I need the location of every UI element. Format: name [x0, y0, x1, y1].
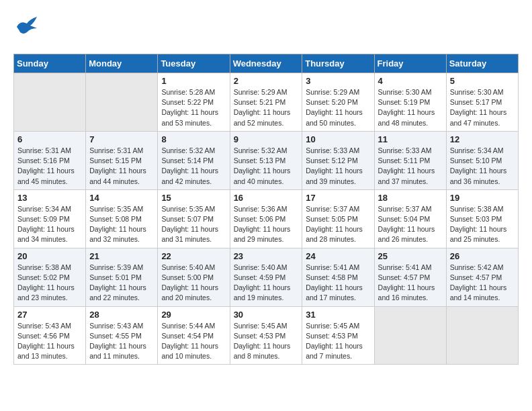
day-info: Sunrise: 5:29 AM Sunset: 5:21 PM Dayligh…: [234, 87, 299, 128]
calendar-week-4: 20Sunrise: 5:38 AM Sunset: 5:02 PM Dayli…: [14, 248, 519, 306]
calendar-cell: 30Sunrise: 5:45 AM Sunset: 4:53 PM Dayli…: [230, 306, 302, 365]
calendar-cell: 26Sunrise: 5:42 AM Sunset: 4:57 PM Dayli…: [446, 248, 518, 306]
calendar-cell: 19Sunrise: 5:38 AM Sunset: 5:03 PM Dayli…: [446, 189, 518, 248]
day-number: 12: [450, 134, 515, 144]
day-info: Sunrise: 5:37 AM Sunset: 5:04 PM Dayligh…: [378, 204, 443, 245]
calendar-cell: 7Sunrise: 5:31 AM Sunset: 5:15 PM Daylig…: [86, 131, 158, 189]
day-info: Sunrise: 5:31 AM Sunset: 5:16 PM Dayligh…: [17, 146, 82, 187]
day-number: 27: [17, 310, 82, 320]
day-number: 4: [378, 76, 443, 86]
day-info: Sunrise: 5:35 AM Sunset: 5:08 PM Dayligh…: [89, 204, 154, 245]
day-info: Sunrise: 5:41 AM Sunset: 4:58 PM Dayligh…: [306, 263, 370, 304]
day-info: Sunrise: 5:40 AM Sunset: 4:59 PM Dayligh…: [234, 263, 299, 304]
calendar-cell: 11Sunrise: 5:33 AM Sunset: 5:11 PM Dayli…: [374, 131, 446, 189]
calendar-cell: 25Sunrise: 5:41 AM Sunset: 4:57 PM Dayli…: [374, 248, 446, 306]
calendar-cell: 3Sunrise: 5:29 AM Sunset: 5:20 PM Daylig…: [302, 73, 374, 132]
weekday-header-row: SundayMondayTuesdayWednesdayThursdayFrid…: [14, 54, 519, 73]
calendar-cell: 6Sunrise: 5:31 AM Sunset: 5:16 PM Daylig…: [14, 131, 86, 189]
calendar-cell: 16Sunrise: 5:36 AM Sunset: 5:06 PM Dayli…: [230, 189, 302, 248]
day-info: Sunrise: 5:38 AM Sunset: 5:03 PM Dayligh…: [450, 204, 515, 245]
day-info: Sunrise: 5:43 AM Sunset: 4:56 PM Dayligh…: [17, 321, 82, 362]
day-number: 11: [378, 134, 443, 144]
calendar-cell: 24Sunrise: 5:41 AM Sunset: 4:58 PM Dayli…: [302, 248, 374, 306]
weekday-header-friday: Friday: [374, 54, 446, 73]
day-info: Sunrise: 5:43 AM Sunset: 4:55 PM Dayligh…: [89, 321, 154, 362]
day-info: Sunrise: 5:45 AM Sunset: 4:53 PM Dayligh…: [234, 321, 299, 362]
calendar-cell: [14, 73, 86, 132]
calendar-cell: 28Sunrise: 5:43 AM Sunset: 4:55 PM Dayli…: [86, 306, 158, 365]
calendar-cell: 1Sunrise: 5:28 AM Sunset: 5:22 PM Daylig…: [158, 73, 230, 132]
calendar-cell: 5Sunrise: 5:30 AM Sunset: 5:17 PM Daylig…: [446, 73, 518, 132]
calendar-cell: 9Sunrise: 5:32 AM Sunset: 5:13 PM Daylig…: [230, 131, 302, 189]
day-number: 9: [234, 134, 299, 144]
day-number: 1: [161, 76, 226, 86]
weekday-header-sunday: Sunday: [14, 54, 86, 73]
day-number: 30: [234, 310, 299, 320]
calendar-cell: 4Sunrise: 5:30 AM Sunset: 5:19 PM Daylig…: [374, 73, 446, 132]
day-number: 13: [17, 193, 82, 203]
day-info: Sunrise: 5:44 AM Sunset: 4:54 PM Dayligh…: [161, 321, 226, 362]
calendar-cell: 23Sunrise: 5:40 AM Sunset: 4:59 PM Dayli…: [230, 248, 302, 306]
day-info: Sunrise: 5:36 AM Sunset: 5:06 PM Dayligh…: [234, 204, 299, 245]
day-info: Sunrise: 5:40 AM Sunset: 5:00 PM Dayligh…: [161, 263, 226, 304]
day-number: 7: [89, 134, 154, 144]
day-number: 31: [306, 310, 370, 320]
day-info: Sunrise: 5:35 AM Sunset: 5:07 PM Dayligh…: [161, 204, 226, 245]
day-number: 20: [17, 251, 82, 261]
calendar-week-5: 27Sunrise: 5:43 AM Sunset: 4:56 PM Dayli…: [14, 306, 519, 365]
day-info: Sunrise: 5:29 AM Sunset: 5:20 PM Dayligh…: [306, 87, 370, 128]
day-info: Sunrise: 5:33 AM Sunset: 5:12 PM Dayligh…: [306, 146, 370, 187]
calendar-cell: 31Sunrise: 5:45 AM Sunset: 4:53 PM Dayli…: [302, 306, 374, 365]
calendar-cell: 13Sunrise: 5:34 AM Sunset: 5:09 PM Dayli…: [14, 189, 86, 248]
calendar-cell: 14Sunrise: 5:35 AM Sunset: 5:08 PM Dayli…: [86, 189, 158, 248]
day-number: 6: [17, 134, 82, 144]
day-info: Sunrise: 5:38 AM Sunset: 5:02 PM Dayligh…: [17, 263, 82, 304]
day-info: Sunrise: 5:39 AM Sunset: 5:01 PM Dayligh…: [89, 263, 154, 304]
calendar-cell: 18Sunrise: 5:37 AM Sunset: 5:04 PM Dayli…: [374, 189, 446, 248]
day-number: 23: [234, 251, 299, 261]
day-number: 18: [378, 193, 443, 203]
day-info: Sunrise: 5:34 AM Sunset: 5:10 PM Dayligh…: [450, 146, 515, 187]
day-number: 14: [89, 193, 154, 203]
day-info: Sunrise: 5:37 AM Sunset: 5:05 PM Dayligh…: [306, 204, 370, 245]
calendar-cell: [86, 73, 158, 132]
day-number: 26: [450, 251, 515, 261]
day-number: 25: [378, 251, 443, 261]
page-header: [13, 13, 519, 43]
weekday-header-saturday: Saturday: [446, 54, 518, 73]
calendar-week-3: 13Sunrise: 5:34 AM Sunset: 5:09 PM Dayli…: [14, 189, 519, 248]
calendar-cell: [374, 306, 446, 365]
day-number: 17: [306, 193, 370, 203]
day-number: 3: [306, 76, 370, 86]
day-number: 5: [450, 76, 515, 86]
day-info: Sunrise: 5:30 AM Sunset: 5:17 PM Dayligh…: [450, 87, 515, 128]
day-number: 15: [161, 193, 226, 203]
day-number: 2: [234, 76, 299, 86]
calendar-cell: [446, 306, 518, 365]
day-number: 24: [306, 251, 370, 261]
calendar-cell: 29Sunrise: 5:44 AM Sunset: 4:54 PM Dayli…: [158, 306, 230, 365]
calendar-cell: 10Sunrise: 5:33 AM Sunset: 5:12 PM Dayli…: [302, 131, 374, 189]
logo-icon: [13, 13, 40, 43]
day-info: Sunrise: 5:45 AM Sunset: 4:53 PM Dayligh…: [306, 321, 370, 362]
day-info: Sunrise: 5:32 AM Sunset: 5:14 PM Dayligh…: [161, 146, 226, 187]
weekday-header-tuesday: Tuesday: [158, 54, 230, 73]
day-number: 21: [89, 251, 154, 261]
calendar-week-1: 1Sunrise: 5:28 AM Sunset: 5:22 PM Daylig…: [14, 73, 519, 132]
day-info: Sunrise: 5:34 AM Sunset: 5:09 PM Dayligh…: [17, 204, 82, 245]
calendar-cell: 22Sunrise: 5:40 AM Sunset: 5:00 PM Dayli…: [158, 248, 230, 306]
logo: [13, 13, 43, 43]
day-number: 8: [161, 134, 226, 144]
day-number: 16: [234, 193, 299, 203]
calendar-cell: 27Sunrise: 5:43 AM Sunset: 4:56 PM Dayli…: [14, 306, 86, 365]
day-info: Sunrise: 5:30 AM Sunset: 5:19 PM Dayligh…: [378, 87, 443, 128]
day-info: Sunrise: 5:31 AM Sunset: 5:15 PM Dayligh…: [89, 146, 154, 187]
weekday-header-monday: Monday: [86, 54, 158, 73]
day-info: Sunrise: 5:32 AM Sunset: 5:13 PM Dayligh…: [234, 146, 299, 187]
calendar-cell: 21Sunrise: 5:39 AM Sunset: 5:01 PM Dayli…: [86, 248, 158, 306]
calendar-cell: 17Sunrise: 5:37 AM Sunset: 5:05 PM Dayli…: [302, 189, 374, 248]
calendar-table: SundayMondayTuesdayWednesdayThursdayFrid…: [13, 54, 519, 365]
calendar-cell: 15Sunrise: 5:35 AM Sunset: 5:07 PM Dayli…: [158, 189, 230, 248]
day-info: Sunrise: 5:42 AM Sunset: 4:57 PM Dayligh…: [450, 263, 515, 304]
calendar-cell: 20Sunrise: 5:38 AM Sunset: 5:02 PM Dayli…: [14, 248, 86, 306]
